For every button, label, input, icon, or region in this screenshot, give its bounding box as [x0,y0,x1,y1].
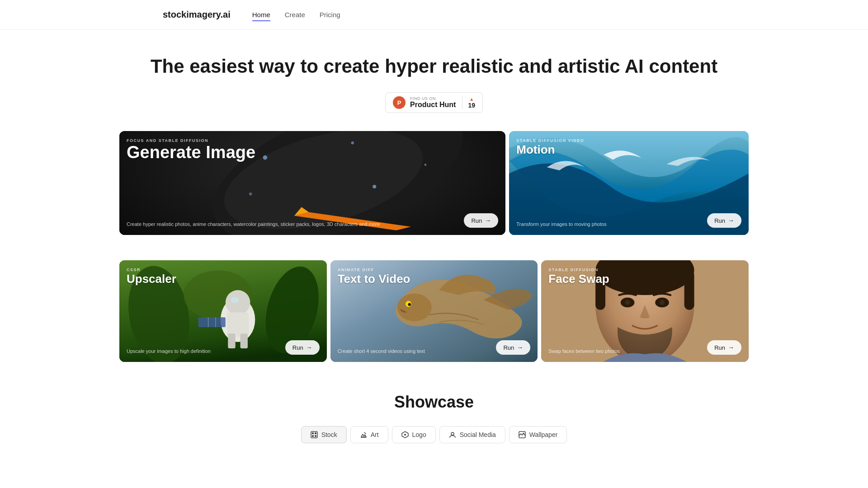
card-text-to-video-bottom: Create short 4 second videos using text … [338,340,531,355]
card-upscaler[interactable]: CSSR Upscaler Upscale your images to hig… [119,260,327,362]
card-generate-desc: Create hyper realistic photos, anime cha… [127,221,380,228]
svg-rect-39 [315,435,316,437]
card-motion-run-button[interactable]: Run → [707,213,741,228]
card-generate-overlay: FOCUS AND STABLE DIFFUSION Generate Imag… [119,131,505,235]
card-motion-header: STABLE DIFFUSION VIDEO Motion [516,138,741,157]
tab-wallpaper-label: Wallpaper [529,431,558,438]
card-text-to-video-tag: ANIMATE DIFF [338,267,531,272]
card-upscaler-header: CSSR Upscaler [127,267,320,286]
svg-rect-35 [311,432,317,438]
card-motion-desc: Transform your images to moving photos [516,221,607,228]
hero-headline: The easiest way to create hyper realisti… [0,55,868,78]
card-face-swap-title: Face Swap [548,272,741,286]
tab-wallpaper[interactable]: Wallpaper [509,426,567,443]
tab-logo-label: Logo [412,431,426,438]
card-upscaler-title: Upscaler [127,272,320,286]
card-face-swap[interactable]: STABLE DIFFUSION Face Swap Swap faces be… [541,260,749,362]
card-face-swap-run-button[interactable]: Run → [707,340,741,355]
svg-rect-36 [312,432,314,434]
svg-point-44 [523,433,524,434]
tab-stock-label: Stock [321,431,337,438]
run-arrow-icon: → [306,344,312,351]
stock-icon [311,431,318,438]
card-face-swap-header: STABLE DIFFUSION Face Swap [548,267,741,286]
card-face-swap-overlay: STABLE DIFFUSION Face Swap Swap faces be… [541,260,749,362]
card-upscaler-bottom: Upscale your images to high definition R… [127,340,320,355]
card-generate-tag: FOCUS AND STABLE DIFFUSION [127,138,498,143]
showcase-title: Showcase [0,393,868,412]
card-text-to-video[interactable]: ANIMATE DIFF Text to Video Create short … [330,260,538,362]
card-generate-bottom: Create hyper realistic photos, anime cha… [127,213,498,228]
card-generate-title: Generate Image [127,143,498,162]
tab-art[interactable]: Art [350,426,388,443]
card-upscaler-desc: Upscale your images to high definition [127,348,211,355]
run-arrow-icon: → [728,217,734,224]
card-motion-tag: STABLE DIFFUSION VIDEO [516,138,741,143]
run-arrow-icon: → [517,344,523,351]
product-hunt-count: ▲ 19 [462,97,475,109]
top-cards-grid: FOCUS AND STABLE DIFFUSION Generate Imag… [0,131,868,239]
card-text-to-video-run-button[interactable]: Run → [496,340,530,355]
hero-section: The easiest way to create hyper realisti… [0,30,868,131]
product-hunt-text: FIND US ON Product Hunt [410,96,456,109]
run-label: Run [503,344,514,351]
card-generate-run-button[interactable]: Run → [464,213,498,228]
run-arrow-icon: → [485,217,491,224]
tab-social-media[interactable]: Social Media [439,426,505,443]
svg-rect-37 [315,432,316,434]
nav-link-home[interactable]: Home [252,11,270,21]
wallpaper-icon [519,431,526,438]
product-hunt-badge[interactable]: P FIND US ON Product Hunt ▲ 19 [385,92,483,113]
run-label: Run [714,217,725,224]
card-text-to-video-overlay: ANIMATE DIFF Text to Video Create short … [330,260,538,362]
bottom-cards-grid: CSSR Upscaler Upscale your images to hig… [0,260,868,362]
svg-point-41 [404,434,406,436]
svg-rect-38 [312,435,314,437]
card-upscaler-tag: CSSR [127,267,320,272]
card-text-to-video-header: ANIMATE DIFF Text to Video [338,267,531,286]
card-text-to-video-title: Text to Video [338,272,531,286]
card-motion-bottom: Transform your images to moving photos R… [516,213,741,228]
nav-link-pricing[interactable]: Pricing [320,11,340,20]
run-label: Run [471,217,482,224]
nav-logo[interactable]: stockimagery.ai [163,9,231,20]
nav-item-home: Home [252,11,270,19]
card-face-swap-tag: STABLE DIFFUSION [548,267,741,272]
tab-logo[interactable]: Logo [392,426,436,443]
run-label: Run [714,344,725,351]
nav-item-pricing: Pricing [320,11,340,19]
card-upscaler-overlay: CSSR Upscaler Upscale your images to hig… [119,260,327,362]
nav-link-create[interactable]: Create [285,11,305,20]
tab-stock[interactable]: Stock [301,426,347,443]
card-generate-image[interactable]: FOCUS AND STABLE DIFFUSION Generate Imag… [119,131,505,235]
card-upscaler-run-button[interactable]: Run → [285,340,320,355]
social-media-icon [449,431,456,438]
tab-art-label: Art [371,431,379,438]
product-hunt-icon: P [393,96,406,109]
card-face-swap-desc: Swap faces between two photos [548,348,620,355]
showcase-tabs: Stock Art Logo Social Media [0,426,868,443]
product-hunt-find-us: FIND US ON [410,96,436,101]
run-arrow-icon: → [728,344,734,351]
showcase-section: Showcase Stock Art [0,384,868,461]
svg-point-42 [451,432,454,435]
navbar: stockimagery.ai Home Create Pricing [0,0,868,30]
card-text-to-video-desc: Create short 4 second videos using text [338,348,425,355]
card-face-swap-bottom: Swap faces between two photos Run → [548,340,741,355]
card-motion[interactable]: STABLE DIFFUSION VIDEO Motion Transform … [509,131,749,235]
art-icon [360,431,367,438]
logo-icon [401,431,409,438]
card-motion-overlay: STABLE DIFFUSION VIDEO Motion Transform … [509,131,749,235]
card-generate-header: FOCUS AND STABLE DIFFUSION Generate Imag… [127,138,498,162]
nav-item-create: Create [285,11,305,19]
upvote-count: 19 [468,102,475,109]
card-motion-title: Motion [516,143,741,157]
product-hunt-name: Product Hunt [410,101,456,109]
tab-social-media-label: Social Media [460,431,496,438]
upvote-arrow-icon: ▲ [469,97,474,102]
run-label: Run [292,344,303,351]
